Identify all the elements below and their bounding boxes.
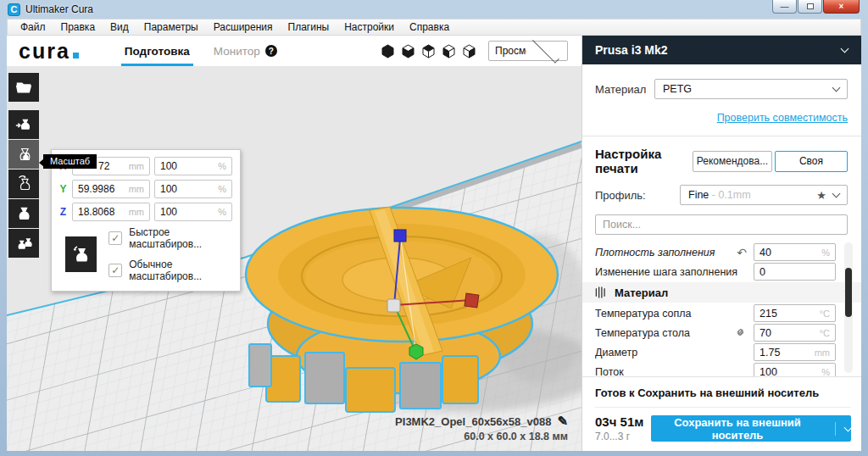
minimize-button[interactable]: — — [772, 0, 797, 14]
menu-6[interactable]: Плагины — [281, 19, 337, 35]
search-box — [595, 214, 848, 235]
scale-y-percent-input[interactable]: 100% — [154, 180, 232, 198]
printer-selector[interactable]: Prusa i3 Mk2 — [582, 36, 861, 64]
menu-7[interactable]: Настройки — [337, 19, 402, 35]
custom-mode-button[interactable]: Своя — [775, 151, 848, 172]
checkbox-label: Быстрое масштабиров... — [129, 226, 232, 250]
tool-move-button[interactable] — [8, 110, 39, 139]
setting-label: Диаметр — [595, 347, 754, 359]
gizmo-center-handle[interactable] — [387, 299, 400, 312]
gizmo-z-handle[interactable] — [394, 230, 406, 242]
menu-1[interactable]: Файл — [13, 19, 53, 35]
setting-value-input[interactable]: 100% — [754, 363, 836, 376]
scale-panel: Масштаб X72mm100%Y59.9986mm100%Z18.8068m… — [51, 149, 241, 292]
view-front-icon[interactable] — [401, 44, 415, 58]
category-material[interactable]: Материал — [582, 282, 861, 303]
button-separator — [835, 422, 836, 436]
menu-8[interactable]: Справка — [402, 19, 457, 35]
edit-model-name-icon[interactable]: ✎ — [557, 414, 568, 429]
chevron-down-icon — [832, 84, 841, 92]
print-time: 03ч 51м — [595, 414, 651, 429]
check-compatibility-link[interactable]: Проверить совместимость — [717, 112, 848, 124]
profile-dropdown[interactable]: Fine - 0.1mm ★ — [680, 185, 848, 205]
setting-row: Плотность заполнения↶40% — [595, 242, 836, 262]
scale-tooltip: Масштаб — [43, 154, 97, 169]
tool-bar — [8, 73, 39, 259]
setting-label: Поток — [595, 366, 754, 377]
scale-row-z: Z18.8068mm100% — [58, 203, 232, 221]
search-settings-input[interactable] — [596, 219, 847, 231]
material-weight: 7.0...3 г — [595, 431, 651, 442]
gizmo-x-handle[interactable] — [465, 293, 479, 308]
material-dropdown[interactable]: PETG — [654, 79, 848, 99]
setting-value-input[interactable]: 70°C — [754, 324, 836, 342]
setting-row: Поток100% — [595, 362, 836, 376]
reset-scale-button[interactable] — [65, 236, 97, 272]
help-badge-icon[interactable]: ? — [265, 45, 277, 57]
maximize-button[interactable] — [798, 0, 822, 14]
axis-y-label: Y — [58, 183, 68, 195]
view-top-icon[interactable] — [421, 44, 436, 58]
model-dimensions-label: 60.0 x 60.0 x 18.8 мм — [464, 431, 580, 442]
tool-scale-button[interactable] — [8, 140, 39, 169]
material-label: Материал — [595, 83, 654, 96]
status-text: Готов к Сохранить на внешний носитель — [595, 386, 851, 399]
menu-bar: ФайлПравкаВидПараметрыРасширенияПлагиныН… — [7, 19, 861, 36]
setting-row: Изменение шага заполнения0 — [595, 262, 836, 281]
menu-5[interactable]: Расширения — [206, 19, 281, 35]
setting-value-input[interactable]: 0 — [754, 263, 836, 281]
checkbox[interactable]: ✓ — [108, 264, 122, 277]
stage-tabs: Подготовка Монитор? — [113, 36, 289, 66]
mirror-icon — [14, 203, 33, 224]
scale-z-mm-input[interactable]: 18.8068mm — [72, 203, 150, 221]
tool-rotate-button[interactable] — [8, 170, 39, 198]
setting-value-input[interactable]: 40% — [754, 243, 836, 261]
view-3d-icon[interactable] — [381, 44, 395, 58]
scrollbar-track[interactable] — [844, 242, 853, 373]
setting-row: Диаметр1.75mm — [595, 342, 836, 362]
axis-z-label: Z — [58, 206, 68, 218]
tool-open-file-button[interactable] — [8, 73, 39, 102]
tab-monitor[interactable]: Монитор? — [202, 36, 289, 66]
action-panel: Готов к Сохранить на внешний носитель 03… — [582, 376, 861, 451]
scale-row-y: Y59.9986mm100% — [58, 180, 232, 198]
setting-value-input[interactable]: 215°C — [754, 304, 836, 322]
reset-scale-icon — [71, 244, 92, 264]
move-icon — [14, 114, 33, 135]
window-title: Ultimaker Cura — [25, 3, 93, 15]
linked-value-icon — [734, 326, 747, 338]
checkbox[interactable]: ✓ — [108, 231, 122, 245]
scale-x-percent-input[interactable]: 100% — [154, 157, 232, 175]
scale-z-percent-input[interactable]: 100% — [154, 203, 232, 221]
setting-row: Температура сопла215°C — [595, 303, 836, 323]
settings-panel: Prusa i3 Mk2 Материал PETG Проверить сов… — [581, 36, 861, 451]
save-to-removable-button[interactable]: Сохранить на внешний носитель — [651, 415, 851, 442]
maximize-icon — [807, 3, 814, 9]
tool-mirror-button[interactable] — [8, 199, 39, 228]
tool-per-model-settings-button[interactable] — [8, 229, 39, 258]
printer-name: Prusa i3 Mk2 — [595, 43, 668, 57]
menu-3[interactable]: Вид — [103, 19, 136, 35]
revert-value-icon[interactable]: ↶ — [737, 247, 747, 259]
close-button[interactable]: × — [823, 0, 860, 14]
divider — [595, 407, 851, 408]
tab-prepare[interactable]: Подготовка — [113, 36, 202, 66]
scale-option-2: ✓Обычное масштабиров... — [108, 259, 232, 282]
scale-y-mm-input[interactable]: 59.9986mm — [72, 180, 150, 198]
window-controls: — × — [771, 0, 860, 14]
setting-label: Температура стола — [595, 327, 734, 339]
settings-list: Плотность заполнения↶40%Изменение шага з… — [582, 242, 861, 376]
cura-logo: cura — [19, 39, 79, 64]
setting-row: Температура стола70°C — [595, 323, 836, 342]
star-icon[interactable]: ★ — [816, 189, 826, 202]
setting-value-input[interactable]: 1.75mm — [754, 343, 836, 361]
menu-2[interactable]: Правка — [53, 19, 103, 35]
view-left-icon[interactable] — [442, 44, 456, 58]
chevron-down-icon — [841, 45, 849, 53]
open-file-icon — [14, 77, 33, 97]
recommended-mode-button[interactable]: Рекомендова... — [693, 151, 772, 172]
menu-4[interactable]: Параметры — [136, 19, 206, 35]
view-mode-dropdown[interactable]: Просмотр м... — [488, 41, 568, 61]
view-right-icon[interactable] — [462, 44, 476, 58]
scrollbar-thumb[interactable] — [845, 268, 852, 317]
